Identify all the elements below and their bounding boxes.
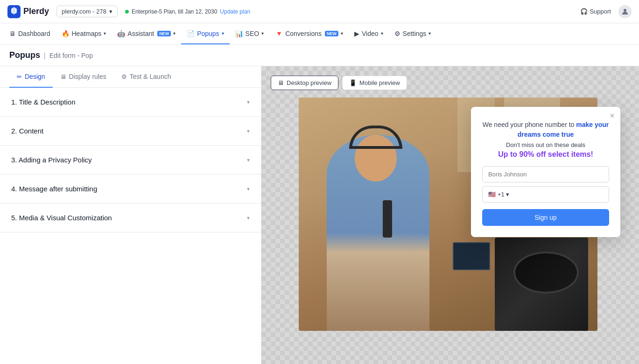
seo-icon: 📊: [235, 30, 243, 37]
popup-subtext: Don't miss out on these deals: [482, 141, 609, 148]
popup-offer: Up to 90% off select items!: [482, 150, 609, 159]
tab-display-rules[interactable]: 🖥 Display rules: [53, 66, 114, 88]
update-plan-link[interactable]: Update plan: [220, 8, 250, 15]
accordion-chevron-message-after: ▾: [247, 186, 250, 192]
tab-test-launch[interactable]: ⚙ Test & Launch: [114, 66, 179, 88]
monitor-icon: 🖥: [278, 79, 284, 86]
assistant-icon: 🤖: [117, 30, 125, 37]
accordion-media-visual: 5. Media & Visual Customization ▾: [0, 203, 261, 232]
desktop-preview-button[interactable]: 🖥 Desktop preview: [271, 76, 338, 90]
topbar-right: 🎧 Support: [580, 5, 632, 18]
accordion-chevron-privacy: ▾: [247, 157, 250, 163]
accordion-chevron-content: ▾: [247, 128, 250, 134]
mobile-icon: 📱: [349, 79, 357, 86]
logo[interactable]: Plerdy: [7, 5, 49, 18]
tabs: ✏ Design 🖥 Display rules ⚙ Test & Launch: [0, 66, 261, 88]
accordion-chevron-title-desc: ▾: [247, 99, 250, 105]
conversions-badge: NEW: [325, 31, 338, 36]
tab-design[interactable]: ✏ Design: [9, 66, 53, 88]
site-selector-chevron: ▾: [109, 8, 112, 15]
popup-phone-input[interactable]: 🇺🇸 +1 ▾: [482, 186, 609, 203]
headphone-icon: 🎧: [580, 8, 588, 15]
popups-icon: 📄: [187, 30, 195, 37]
nav-settings[interactable]: ⚙ Settings ▾: [389, 23, 437, 44]
preview-area: × We need your phone number to make your…: [271, 98, 630, 331]
breadcrumb-sub: Edit form - Pop: [49, 52, 93, 59]
mobile-preview-button[interactable]: 📱 Mobile preview: [342, 76, 407, 90]
popup-headline: We need your phone number to make your d…: [482, 120, 609, 140]
accordion-message-after: 4. Message after submitting ▾: [0, 175, 261, 203]
accordion-header-message-after[interactable]: 4. Message after submitting ▾: [11, 175, 250, 203]
accordion-header-media-visual[interactable]: 5. Media & Visual Customization ▾: [11, 203, 250, 232]
plan-text: Enterprise-5 Plan, till Jan 12, 2030: [132, 8, 217, 15]
heatmap-icon: 🔥: [62, 30, 70, 37]
accordion-content: 2. Content ▾: [0, 117, 261, 146]
nav-assistant[interactable]: 🤖 Assistant NEW ▾: [112, 23, 181, 44]
popup-name-input[interactable]: [482, 166, 609, 182]
heatmaps-chevron: ▾: [104, 31, 106, 36]
preview-controls: 🖥 Desktop preview 📱 Mobile preview: [271, 76, 630, 90]
settings-icon: ⚙: [394, 30, 400, 37]
nav-heatmaps[interactable]: 🔥 Heatmaps ▾: [56, 23, 112, 44]
design-tab-icon: ✏: [17, 73, 22, 80]
display-rules-tab-icon: 🖥: [60, 73, 66, 80]
accordion-header-privacy[interactable]: 3. Adding a Privacy Policy ▾: [11, 146, 250, 174]
accordion-title-desc: 1. Title & Description ▾: [0, 88, 261, 117]
breadcrumb-separator: |: [44, 52, 46, 59]
accordion-header-content[interactable]: 2. Content ▾: [11, 117, 250, 145]
nav-seo[interactable]: 📊 SEO ▾: [230, 23, 270, 44]
nav-popups[interactable]: 📄 Popups ▾: [181, 23, 229, 44]
main-layout: ✏ Design 🖥 Display rules ⚙ Test & Launch…: [0, 66, 639, 364]
breadcrumb-main: Popups: [9, 50, 40, 60]
user-avatar[interactable]: [618, 5, 632, 18]
right-panel: 🖥 Desktop preview 📱 Mobile preview: [261, 66, 639, 364]
plan-dot: [125, 10, 129, 14]
dashboard-icon: 🖥: [9, 30, 16, 37]
plan-badge: Enterprise-5 Plan, till Jan 12, 2030 Upd…: [125, 8, 250, 15]
nav-dashboard[interactable]: 🖥 Dashboard: [4, 23, 56, 44]
logo-text: Plerdy: [23, 7, 49, 16]
seo-chevron: ▾: [261, 31, 264, 36]
site-selector-text: plerdy.com - 278: [62, 8, 106, 15]
conversions-chevron: ▾: [341, 31, 343, 36]
settings-chevron: ▾: [428, 31, 431, 36]
nav-conversions[interactable]: 🔻 Conversions NEW ▾: [269, 23, 349, 44]
breadcrumb: Popups | Edit form - Pop: [0, 45, 639, 66]
popup-signup-button[interactable]: Sign up: [482, 209, 609, 226]
flag-icon: 🇺🇸: [488, 191, 496, 198]
conversions-icon: 🔻: [275, 30, 283, 37]
accordion: 1. Title & Description ▾ 2. Content ▾ 3.…: [0, 88, 261, 232]
assistant-badge: NEW: [157, 31, 171, 36]
popup-close-button[interactable]: ×: [610, 112, 615, 120]
topbar: Plerdy plerdy.com - 278 ▾ Enterprise-5 P…: [0, 0, 639, 23]
video-chevron: ▾: [381, 31, 383, 36]
svg-point-1: [624, 9, 626, 12]
popup-modal: × We need your phone number to make your…: [471, 107, 620, 237]
test-launch-tab-icon: ⚙: [121, 73, 127, 80]
nav-video[interactable]: ▶ Video ▾: [349, 23, 389, 44]
popups-chevron: ▾: [222, 31, 224, 36]
video-icon: ▶: [354, 30, 359, 37]
accordion-chevron-media-visual: ▾: [247, 215, 250, 221]
navbar: 🖥 Dashboard 🔥 Heatmaps ▾ 🤖 Assistant NEW…: [0, 23, 639, 45]
assistant-chevron: ▾: [173, 31, 176, 36]
site-selector[interactable]: plerdy.com - 278 ▾: [56, 6, 118, 17]
support-button[interactable]: 🎧 Support: [580, 8, 611, 15]
accordion-header-title-desc[interactable]: 1. Title & Description ▾: [11, 88, 250, 116]
accordion-privacy: 3. Adding a Privacy Policy ▾: [0, 146, 261, 175]
left-panel: ✏ Design 🖥 Display rules ⚙ Test & Launch…: [0, 66, 261, 364]
